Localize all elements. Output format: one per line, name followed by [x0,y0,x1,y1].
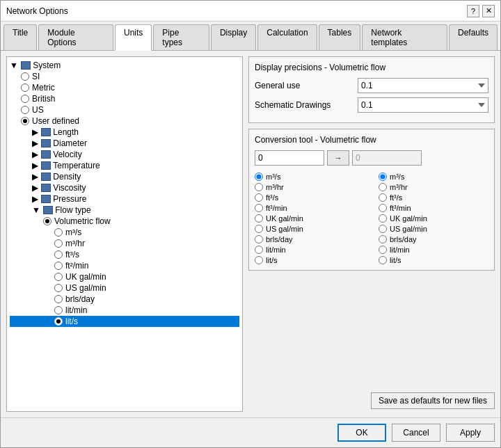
tab-display[interactable]: Display [211,24,256,50]
tab-tables[interactable]: Tables [319,24,361,50]
tree-length[interactable]: ▶ Length [10,127,239,138]
opt-right-m3s[interactable]: m³/s [379,173,488,181]
radio-metric [21,83,29,92]
content-area: ▼ System SI Metric British US [1,51,500,417]
expand-icon: ▶ [32,150,38,159]
expand-icon: ▶ [32,138,38,148]
opt-left-ukgalmin[interactable]: UK gal/min [255,214,365,223]
opt-right-lits[interactable]: lit/s [379,256,488,264]
tree-us[interactable]: US [10,104,239,115]
expand-icon: ▶ [32,127,38,137]
opt-left-brlsday[interactable]: brls/day [255,235,365,243]
tree-litmin[interactable]: lit/min [10,305,239,316]
tree-density[interactable]: ▶ Density [10,171,239,182]
tree-viscosity[interactable]: ▶ Viscosity [10,182,239,193]
tree-label: US gal/min [65,283,106,293]
tree-label: SI [32,72,40,81]
opt-left-m3s[interactable]: m³/s [255,173,365,181]
tab-network-templates[interactable]: Network templates [362,24,447,50]
tree-label: ft²/min [65,261,88,271]
tree-metric[interactable]: Metric [10,82,239,93]
folder-icon [41,139,51,147]
convert-button[interactable]: → [327,150,349,166]
tree-label: m³/hr [65,239,85,248]
folder-icon [41,184,51,192]
tree-m3s[interactable]: m³/s [10,227,239,238]
opt-right-ft3min[interactable]: ft³/min [379,204,488,212]
opt-right-ukgalmin[interactable]: UK gal/min [379,214,488,223]
conversion-title: Conversion tool - Volumetric flow [255,135,488,145]
opt-right-m3hr[interactable]: m³/hr [379,183,488,191]
save-defaults-row: Save as defaults for new files [248,390,495,412]
tree-pressure[interactable]: ▶ Pressure [10,193,239,205]
opt-left-m3hr[interactable]: m³/hr [255,183,365,191]
ok-button[interactable]: OK [337,424,386,442]
radio-m3s [54,228,63,237]
tree-label: Velocity [53,150,81,159]
conversion-inputs: → [255,150,488,166]
tree-label: m³/s [65,227,81,237]
radio-ft3s [54,250,63,259]
tree-label: System [33,61,61,70]
tree-diameter[interactable]: ▶ Diameter [10,138,239,149]
tree-label: UK gal/min [65,272,106,282]
tree-label: lit/min [65,305,87,315]
tab-title[interactable]: Title [3,24,37,50]
tree-temperature[interactable]: ▶ Temperature [10,160,239,171]
opt-right-brlsday[interactable]: brls/day [379,235,488,243]
tree-brlsday[interactable]: brls/day [10,294,239,305]
opt-left-ft3s[interactable]: ft³/s [255,193,365,202]
folder-icon [21,61,31,70]
tab-pipe-types[interactable]: Pipe types [153,24,209,50]
tree-lits[interactable]: lit/s [10,316,239,327]
tree-label: Pressure [53,194,86,204]
opt-left-ft3min[interactable]: ft³/min [255,204,365,212]
tree-volumetric-flow[interactable]: Volumetric flow [10,216,239,227]
tab-module-options[interactable]: Module Options [38,24,113,50]
opt-right-usgalmin[interactable]: US gal/min [379,225,488,233]
tree-user-defined[interactable]: User defined [10,115,239,127]
tree-british[interactable]: British [10,93,239,104]
display-precisions-title: Display precisions - Volumetric flow [255,63,488,72]
tab-units[interactable]: Units [115,24,152,51]
tree-panel: ▼ System SI Metric British US [6,56,243,412]
radio-usgalmin [54,284,63,292]
tree-m3hr[interactable]: m³/hr [10,238,239,249]
tree-velocity[interactable]: ▶ Velocity [10,149,239,160]
tab-defaults[interactable]: Defaults [449,24,498,50]
tree-ft3s[interactable]: ft³/s [10,249,239,260]
expand-icon: ▼ [32,205,40,215]
opt-left-lits[interactable]: lit/s [255,256,365,264]
save-defaults-button[interactable]: Save as defaults for new files [371,392,495,409]
opt-right-litmin[interactable]: lit/min [379,246,488,254]
tree-label: ft³/s [65,250,79,259]
tree-usgalmin[interactable]: US gal/min [10,282,239,294]
cancel-button[interactable]: Cancel [392,424,440,442]
expand-icon: ▶ [32,172,38,182]
tree-label: lit/s [65,317,78,326]
tree-si[interactable]: SI [10,71,239,82]
schematic-label: Schematic Drawings [255,100,352,110]
tab-calculation[interactable]: Calculation [257,24,317,50]
display-precisions-section: Display precisions - Volumetric flow Gen… [248,56,495,123]
conversion-input[interactable] [255,150,324,166]
apply-button[interactable]: Apply [446,424,495,442]
opt-right-ft3s[interactable]: ft³/s [379,193,488,202]
tree-flow-type[interactable]: ▼ Flow type [10,205,239,216]
help-button[interactable]: ? [467,5,479,17]
main-window: Network Options ? ✕ Title Module Options… [0,0,501,448]
opt-left-usgalmin[interactable]: US gal/min [255,225,365,233]
schematic-select[interactable]: 0.1 0.01 1 0.001 [358,97,488,113]
window-title: Network Options [6,6,68,16]
expand-icon: ▶ [32,161,38,170]
radio-col-left: m³/s m³/hr ft³/s ft³/min UK gal/min [255,173,365,264]
opt-left-litmin[interactable]: lit/min [255,246,365,254]
tree-ukgalmin[interactable]: UK gal/min [10,271,239,282]
radio-col-right: m³/s m³/hr ft³/s ft³/min UK gal/min [379,173,488,264]
radio-ukgalmin [54,273,63,281]
tree-system[interactable]: ▼ System [10,60,239,71]
radio-british [21,95,29,103]
general-use-select[interactable]: 0.1 0.01 1 0.001 [358,78,488,93]
tree-ft2min[interactable]: ft²/min [10,260,239,271]
close-button[interactable]: ✕ [482,5,495,17]
